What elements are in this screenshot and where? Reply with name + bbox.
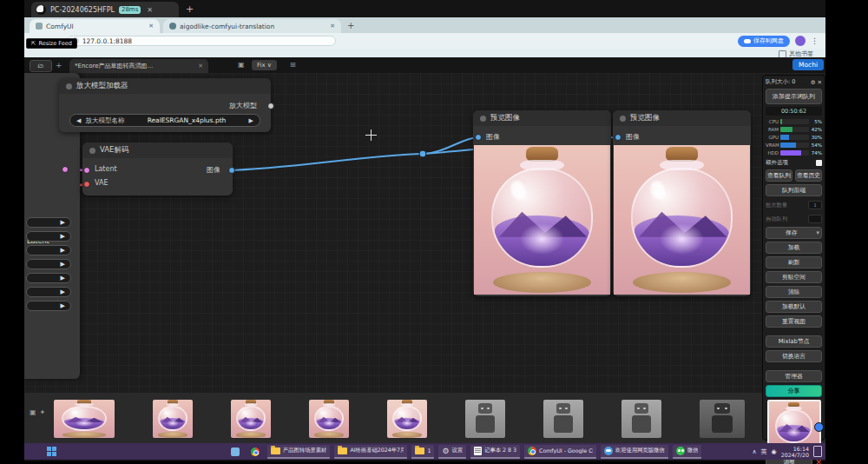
feed-thumbnail[interactable] [309,400,349,438]
taskbar-item-chrome[interactable] [247,445,263,459]
feed-thumbnail[interactable] [543,400,583,438]
pin-icon[interactable]: ▣ [238,61,245,69]
feed-thumbnail[interactable] [231,400,271,438]
action-button-2[interactable]: 刷新 [766,256,822,268]
ime-language-indicator[interactable]: 英 [761,447,767,456]
notification-panel-icon[interactable] [813,446,822,457]
vae-input-dot[interactable] [83,181,90,188]
workflows-folder-button[interactable]: 🗁 [30,60,52,72]
switch-language-button[interactable]: 切换语言 [766,350,822,362]
preview-image-2[interactable] [614,145,750,295]
browser-menu-icon[interactable]: ⋮ [811,36,819,45]
netdisk-extension-button[interactable]: 保存到网盘 [738,36,790,47]
taskbar-item-taskview[interactable] [227,445,243,459]
new-session-button[interactable]: + [186,3,194,15]
action-button-4[interactable]: 清除 [766,286,822,298]
arrow-right-icon[interactable]: ▶ [249,117,253,124]
node-title-bar[interactable]: 放大模型加载器 [59,78,271,94]
collapse-dot-icon[interactable] [480,116,486,122]
settings-gear-icon[interactable]: ⚙ [811,79,816,86]
feed-thumbnail[interactable] [387,400,427,438]
browser-avatar[interactable] [795,36,806,46]
latent-input-dot[interactable] [83,167,90,174]
close-session-icon[interactable]: ✕ [147,6,153,14]
fix-button[interactable]: Fix ∨ [252,60,277,70]
action-button-0[interactable]: 保存▾ [766,227,822,239]
run-button[interactable]: Mochi [792,59,824,70]
mixlab-nodes-button[interactable]: Mixlab节点 [766,335,822,348]
arrow-left-icon[interactable]: ◀ [76,117,81,124]
taskbar-clock[interactable]: 16:14 2024/7/20 [781,446,809,458]
close-workflow-icon[interactable]: ✕ [198,63,203,70]
feed-pin-icon[interactable]: ✦ [40,408,46,416]
extra-options-checkbox[interactable] [816,160,822,166]
workflow-tab[interactable]: *Encore产品草图转高清图… ✕ [69,59,208,73]
image-input-dot[interactable] [475,134,482,141]
view-queue-button[interactable]: 查看队列 [766,169,792,182]
upscale-loader-node[interactable]: 放大模型加载器 放大模型 ◀ 放大模型名称 RealESRGAN_x4plus.… [59,78,271,132]
upscale-model-name-widget[interactable]: ◀ 放大模型名称 RealESRGAN_x4plus.pth ▶ [69,114,260,127]
preview-image-node-1[interactable]: 预览图像 图像 [473,110,611,296]
image-output-dot[interactable] [228,167,235,174]
close-tab-icon[interactable]: ✕ [148,23,154,30]
browser-tab-secondary[interactable]: aigodlike-comfyui-translation ✕ [163,19,341,33]
offscreen-widget-pill[interactable]: ▶ [26,245,71,255]
taskbar-item-folder[interactable]: 产品图转场景素材 [267,445,330,459]
taskbar-item-notepad[interactable]: 记事本 2 8 3 [470,445,520,459]
offscreen-widget-pill[interactable]: ▶ [26,301,71,311]
batch-count-input[interactable]: 1 [808,201,822,209]
collapse-dot-icon[interactable] [89,148,95,154]
preview-image-1[interactable] [474,145,610,295]
taskbar-item-chat[interactable]: 欢迎使用网页版微信 [601,445,668,459]
auto-queue-row[interactable]: 自动队列 [766,213,822,225]
close-tab-icon[interactable]: ✕ [330,23,335,30]
offscreen-widget-pill[interactable]: ▶ [26,287,71,297]
offscreen-widget-pill[interactable]: ▶ [26,231,71,242]
taskbar-item-chrome[interactable]: ComfyUI - Google Chr... [524,445,596,459]
batch-count-row[interactable]: 批次数量 1 [766,199,822,211]
feed-thumbnail[interactable] [700,400,745,438]
node-title-bar[interactable]: 预览图像 [473,110,611,126]
auto-queue-checkbox[interactable] [808,215,822,223]
new-workflow-button[interactable]: + [56,61,62,70]
close-menu-icon[interactable]: ✕ [818,79,822,86]
new-tab-button[interactable]: + [347,21,354,30]
offscreen-widget-pill[interactable]: ▶ [26,217,71,228]
action-button-1[interactable]: 加载 [766,242,822,254]
latent-output-dot[interactable] [62,166,69,173]
remote-session-tab[interactable]: PC-20240625HFPL 28ms ✕ [31,2,179,17]
feed-thumbnail[interactable] [54,400,115,438]
collapse-dot-icon[interactable] [66,83,72,89]
taskbar-item-wechat[interactable]: 微信 [673,445,702,459]
action-button-6[interactable]: 重置视图 [766,315,822,328]
taskbar-item-folder[interactable]: 1 [411,445,434,459]
action-button-5[interactable]: 加载默认 [766,301,822,313]
feed-thumbnail[interactable] [465,400,505,438]
address-bar[interactable]: ⓘ 127.0.0.1:8188 [67,36,336,46]
extra-options-row[interactable]: 额外选项 [766,159,822,167]
manager-button[interactable]: 管理器 [766,370,822,382]
taskbar-item-folder[interactable]: AI绘画基础2024年7月 [334,445,407,459]
share-button[interactable]: 分享 [766,385,822,397]
view-history-button[interactable]: 查看历史 [795,169,822,182]
browser-tab-comfyui[interactable]: ComfyUI ✕ [30,19,160,33]
taskbar-item-gear[interactable]: ⚙设置 [438,445,466,459]
save-dropdown-icon[interactable]: ▾ [817,228,819,238]
queue-prompt-button[interactable]: 添加提示词队列 [766,89,822,104]
queue-front-button[interactable]: 队列前端 [766,184,822,196]
grid-icon[interactable]: ⊞ [290,61,296,69]
node-title-bar[interactable]: VAE解码 [82,143,233,158]
offscreen-widget-pill[interactable]: ▶ [26,273,71,283]
preview-image-node-2[interactable]: 预览图像 图像 [613,110,751,296]
upscale-model-output-dot[interactable] [267,103,274,109]
vae-decode-node[interactable]: VAE解码 Latent VAE 图像 [82,143,233,196]
sound-icon[interactable]: ◉ [772,448,777,455]
action-button-3[interactable]: 剪贴空间 [766,271,822,283]
feed-thumbnail[interactable] [621,400,661,438]
start-button[interactable] [47,447,57,457]
feed-settings-icon[interactable]: ▣ [30,408,36,416]
tray-expand-icon[interactable]: ∧ [752,448,756,455]
image-input-dot[interactable] [615,134,621,141]
feed-thumbnail[interactable] [153,400,193,438]
offscreen-widget-pill[interactable]: ▶ [26,259,71,269]
